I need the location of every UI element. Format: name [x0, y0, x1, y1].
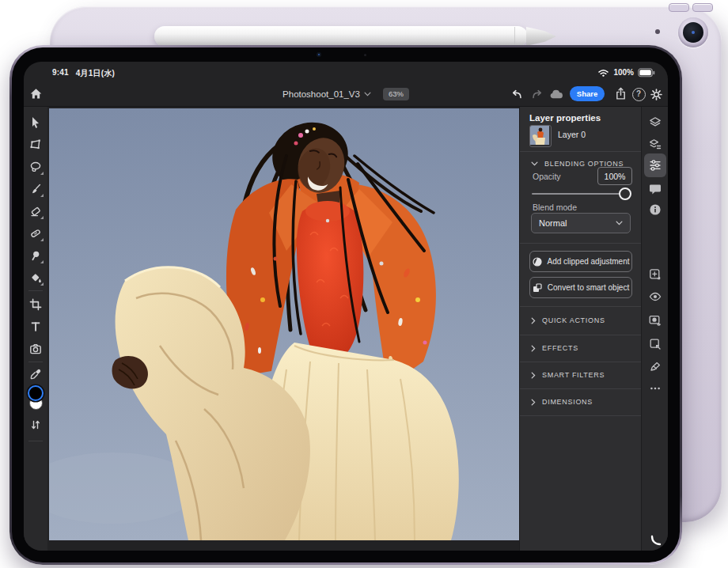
layer-row[interactable]: Layer 0 [520, 124, 642, 148]
chevron-right-icon [531, 317, 536, 324]
foreground-ipad: 9:41 4月1日(水) 100% [9, 45, 682, 565]
home-button[interactable] [27, 85, 44, 102]
photoshop-app-screen: 9:41 4月1日(水) 100% [24, 62, 668, 551]
tool-separator [28, 441, 43, 441]
smart-object-icon [533, 283, 542, 293]
help-glyph: ? [632, 88, 646, 101]
properties-icon[interactable] [647, 157, 663, 173]
photo-layer [49, 108, 519, 540]
section-dimensions[interactable]: DIMENSIONS [520, 394, 642, 410]
visibility-icon[interactable] [647, 289, 663, 305]
right-icon-rail [641, 107, 668, 551]
chevron-down-icon [364, 92, 371, 97]
layers-detail-icon[interactable] [647, 137, 663, 153]
battery-percent: 100% [613, 68, 634, 77]
place-embedded-icon[interactable] [647, 336, 663, 352]
volume-up-button [669, 3, 689, 12]
panel-title: Layer properties [529, 113, 601, 123]
help-button[interactable]: ? [630, 85, 647, 103]
status-date: 4月1日(水) [76, 68, 115, 79]
comments-icon[interactable] [647, 181, 663, 197]
swap-colors-tool[interactable] [26, 415, 45, 434]
type-tool[interactable] [26, 317, 45, 336]
section-quick-actions[interactable]: QUICK ACTIONS [520, 312, 642, 328]
panel-divider [520, 151, 642, 152]
healing-tool[interactable] [26, 224, 45, 243]
canvas-area[interactable] [47, 107, 519, 551]
dimensions-label: DIMENSIONS [542, 398, 593, 406]
smart-filters-label: SMART FILTERS [542, 371, 605, 379]
transform-tool[interactable] [26, 135, 45, 154]
tool-separator [28, 362, 43, 362]
opacity-slider-track[interactable] [532, 193, 630, 195]
panel-divider [520, 243, 642, 244]
panel-divider [520, 362, 642, 362]
eyedropper-tool[interactable] [26, 365, 45, 384]
rear-camera-lens [683, 22, 703, 43]
cloud-sync-icon[interactable] [548, 85, 565, 103]
chevron-right-icon [531, 372, 536, 379]
eraser-tool[interactable] [26, 202, 45, 221]
settings-gear-button[interactable] [647, 85, 665, 103]
blend-mode-label: Blend mode [533, 203, 577, 212]
chevron-down-icon [531, 161, 538, 166]
document-title-text: Photoshoot_01_V3 [282, 89, 360, 99]
place-photo-tool[interactable] [26, 339, 45, 358]
adjustment-icon [533, 257, 542, 267]
document-title[interactable]: Photoshoot_01_V3 [282, 89, 371, 99]
opacity-value-box[interactable]: 100% [597, 167, 632, 185]
foreground-color-swatch[interactable] [28, 385, 44, 401]
add-layer-icon[interactable] [647, 267, 663, 282]
more-options-icon[interactable] [647, 381, 663, 396]
blend-mode-dropdown[interactable]: Normal [531, 213, 631, 233]
add-clipped-adjustment-label: Add clipped adjustment [548, 257, 630, 266]
front-camera [317, 52, 321, 57]
share-button[interactable]: Share [570, 86, 605, 101]
top-toolbar: Photoshoot_01_V3 63% Share [24, 82, 668, 106]
zoom-level-badge[interactable]: 63% [383, 88, 409, 100]
layer-properties-panel: Layer properties Layer 0 BLENDING OPTION… [519, 107, 642, 551]
tools-sidebar [24, 107, 48, 551]
undo-button[interactable] [508, 85, 525, 103]
canvas-corner-indicator [650, 535, 662, 546]
add-mask-icon[interactable] [647, 312, 663, 328]
clone-stamp-tool[interactable] [26, 246, 45, 265]
chevron-right-icon [531, 345, 536, 352]
opacity-slider-handle[interactable] [619, 187, 631, 200]
effects-label: EFFECTS [542, 344, 578, 352]
convert-to-smart-object-button[interactable]: Convert to smart object [529, 277, 632, 298]
quick-action-icon[interactable] [647, 358, 663, 374]
panel-divider [520, 415, 642, 416]
brush-tool[interactable] [26, 180, 45, 199]
fill-tool[interactable] [26, 268, 45, 287]
redo-button[interactable] [528, 85, 545, 103]
lasso-tool[interactable] [26, 157, 45, 176]
scene: 9:41 4月1日(水) 100% [0, 0, 728, 568]
lens-glint [692, 31, 695, 34]
crop-tool[interactable] [26, 295, 45, 314]
panel-divider [520, 388, 642, 389]
section-effects[interactable]: EFFECTS [520, 340, 642, 356]
layers-icon[interactable] [647, 115, 663, 131]
quick-actions-label: QUICK ACTIONS [542, 316, 605, 324]
panel-divider [520, 306, 642, 307]
add-clipped-adjustment-button[interactable]: Add clipped adjustment [529, 251, 632, 272]
status-time: 9:41 [52, 68, 69, 79]
front-sensor [364, 54, 366, 56]
export-icon[interactable] [612, 85, 629, 102]
layer-thumbnail [529, 125, 552, 147]
layer-name: Layer 0 [558, 130, 586, 139]
tool-separator [28, 290, 43, 291]
panel-divider [520, 335, 642, 335]
microphone-dot [655, 29, 660, 34]
apple-pencil [154, 26, 528, 47]
opacity-label: Opacity [533, 172, 561, 181]
section-smart-filters[interactable]: SMART FILTERS [520, 367, 642, 383]
info-icon[interactable] [647, 202, 663, 218]
blend-mode-value: Normal [539, 218, 567, 228]
status-bar: 9:41 4月1日(水) 100% [24, 62, 668, 82]
move-tool[interactable] [26, 113, 45, 132]
volume-down-button [692, 3, 713, 12]
convert-to-smart-object-label: Convert to smart object [548, 283, 629, 292]
battery-icon [638, 68, 655, 78]
